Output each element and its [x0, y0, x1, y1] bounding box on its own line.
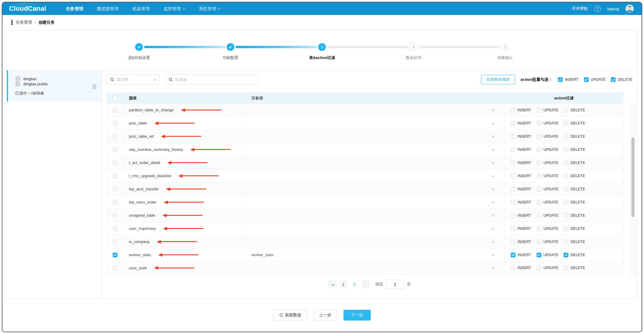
checkbox-icon[interactable]: [537, 160, 541, 165]
checkbox-icon[interactable]: [511, 226, 515, 231]
action-checkbox[interactable]: UPDATE: [537, 187, 558, 192]
action-checkbox[interactable]: UPDATE: [537, 147, 558, 152]
action-checkbox[interactable]: UPDATE: [537, 121, 558, 126]
action-checkbox[interactable]: DELETE: [564, 265, 585, 270]
page-number-button[interactable]: 1: [339, 280, 348, 289]
chevron-down-icon[interactable]: [492, 187, 495, 190]
target-mapping-rule-button[interactable]: 目标映射规则: [481, 75, 515, 84]
checkbox-icon[interactable]: [511, 213, 515, 218]
action-checkbox[interactable]: INSERT: [511, 253, 531, 257]
action-checkbox[interactable]: DELETE: [564, 160, 585, 165]
checkbox-icon[interactable]: [537, 213, 541, 218]
nav-item[interactable]: 数据源管理: [97, 6, 119, 12]
action-checkbox[interactable]: INSERT: [511, 265, 531, 270]
chevron-down-icon[interactable]: [492, 253, 495, 256]
row-checkbox[interactable]: [113, 174, 117, 178]
nav-item[interactable]: 任务管理: [66, 6, 83, 12]
select-all-checkbox[interactable]: [113, 96, 117, 101]
checkbox-icon[interactable]: [564, 121, 568, 126]
chevron-down-icon[interactable]: [492, 174, 495, 177]
action-checkbox[interactable]: INSERT: [511, 200, 531, 205]
action-checkbox[interactable]: INSERT: [511, 134, 531, 139]
action-checkbox[interactable]: DELETE: [564, 239, 585, 244]
action-checkbox[interactable]: DELETE: [564, 147, 585, 152]
row-checkbox[interactable]: [113, 108, 117, 113]
checkbox-icon[interactable]: [511, 187, 515, 192]
chevron-down-icon[interactable]: [492, 161, 495, 164]
checkbox-icon[interactable]: [511, 265, 515, 270]
checkbox-icon[interactable]: [537, 108, 541, 113]
checkbox-icon[interactable]: [564, 213, 568, 218]
help-link[interactable]: 寻求帮助: [572, 6, 588, 11]
nav-item[interactable]: 监控管理: [164, 6, 185, 12]
chevron-down-icon[interactable]: [492, 121, 495, 124]
action-checkbox[interactable]: INSERT: [511, 239, 531, 244]
checkbox-icon[interactable]: [511, 147, 515, 152]
checkbox-icon[interactable]: [558, 77, 563, 82]
avatar[interactable]: [625, 4, 634, 13]
chevron-down-icon[interactable]: [492, 227, 495, 230]
checkbox-icon[interactable]: [564, 108, 568, 113]
action-checkbox[interactable]: DELETE: [564, 108, 585, 113]
checkbox-icon[interactable]: [564, 253, 568, 257]
checkbox-icon[interactable]: [564, 147, 568, 152]
checkbox-icon[interactable]: [537, 226, 541, 231]
prev-step-button[interactable]: 上一步: [314, 310, 337, 321]
row-checkbox[interactable]: [113, 226, 117, 231]
row-checkbox[interactable]: [113, 121, 117, 126]
row-checkbox[interactable]: [113, 200, 117, 205]
action-checkbox[interactable]: INSERT: [511, 226, 531, 231]
action-checkbox[interactable]: UPDATE: [537, 213, 558, 218]
checkbox-icon[interactable]: [537, 121, 541, 126]
row-checkbox[interactable]: [113, 147, 117, 152]
checkbox-icon[interactable]: [564, 239, 568, 244]
action-checkbox[interactable]: INSERT: [511, 160, 531, 165]
action-checkbox[interactable]: UPDATE: [537, 108, 558, 113]
checkbox-icon[interactable]: [564, 226, 568, 231]
table-filter-input[interactable]: [175, 78, 255, 82]
action-checkbox[interactable]: UPDATE: [584, 77, 606, 82]
checkbox-icon[interactable]: [511, 253, 515, 257]
next-step-button[interactable]: 下一步: [344, 310, 371, 321]
action-checkbox[interactable]: UPDATE: [537, 239, 558, 244]
action-checkbox[interactable]: UPDATE: [537, 253, 558, 257]
action-checkbox[interactable]: DELETE: [564, 121, 585, 126]
refresh-data-button[interactable]: 刷新数据: [274, 310, 307, 321]
checkbox-icon[interactable]: [537, 265, 541, 270]
row-checkbox[interactable]: [113, 213, 117, 218]
action-checkbox[interactable]: DELETE: [564, 213, 585, 218]
checkbox-icon[interactable]: [537, 187, 541, 192]
row-checkbox[interactable]: [113, 160, 117, 165]
action-checkbox[interactable]: DELETE: [564, 187, 585, 192]
action-checkbox[interactable]: UPDATE: [537, 200, 558, 205]
checkbox-icon[interactable]: [511, 134, 515, 139]
chevron-down-icon[interactable]: [492, 200, 495, 203]
nav-item[interactable]: 系统管理: [199, 6, 220, 12]
action-checkbox[interactable]: DELETE: [564, 134, 585, 139]
row-checkbox[interactable]: [113, 134, 117, 139]
scrollbar-thumb[interactable]: [631, 137, 634, 217]
action-checkbox[interactable]: DELETE: [611, 77, 632, 82]
breadcrumb-parent[interactable]: 任务管理: [16, 20, 32, 25]
chevron-down-icon[interactable]: [492, 148, 495, 151]
checkbox-icon[interactable]: [564, 134, 568, 139]
row-checkbox[interactable]: [113, 253, 117, 257]
action-checkbox[interactable]: UPDATE: [537, 174, 558, 178]
page-jump-input[interactable]: [386, 280, 405, 289]
checkbox-icon[interactable]: [564, 265, 568, 270]
question-circle-icon[interactable]: ?: [594, 6, 601, 12]
username[interactable]: liqiang: [607, 7, 619, 11]
prev-page-button[interactable]: [328, 280, 337, 289]
checkbox-icon[interactable]: [564, 187, 568, 192]
action-checkbox[interactable]: INSERT: [511, 121, 531, 126]
action-checkbox[interactable]: UPDATE: [537, 160, 558, 165]
chevron-down-icon[interactable]: [492, 240, 495, 243]
checkbox-icon[interactable]: [537, 253, 541, 257]
row-checkbox[interactable]: [113, 265, 117, 270]
action-checkbox[interactable]: INSERT: [558, 77, 579, 82]
action-checkbox[interactable]: UPDATE: [537, 134, 558, 139]
checkbox-icon[interactable]: [511, 121, 515, 126]
action-checkbox[interactable]: DELETE: [564, 226, 585, 231]
checkbox-icon[interactable]: [511, 174, 515, 178]
action-checkbox[interactable]: INSERT: [511, 108, 531, 113]
